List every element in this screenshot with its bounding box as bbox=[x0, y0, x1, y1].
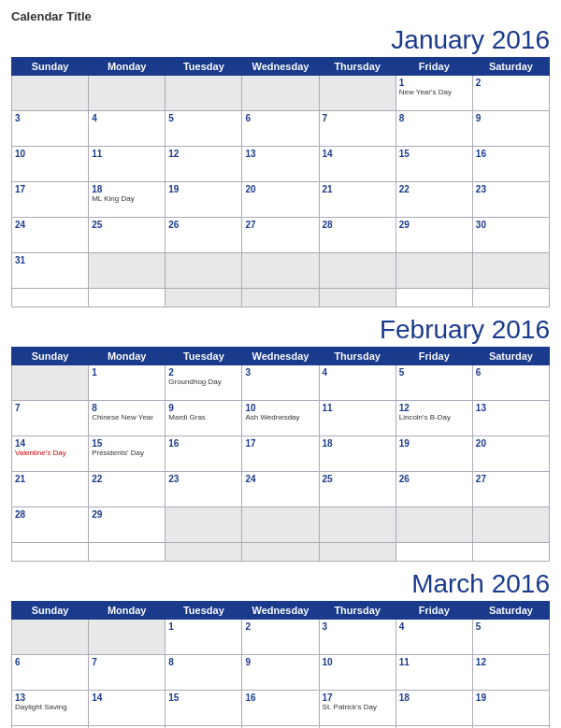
day-number: 17 bbox=[15, 184, 85, 194]
day-number: 10 bbox=[15, 149, 85, 159]
day-number: 8 bbox=[399, 113, 469, 123]
day-number: 21 bbox=[15, 474, 85, 484]
day-number: 30 bbox=[476, 220, 546, 230]
day-number: 9 bbox=[168, 403, 238, 413]
day-number: 11 bbox=[399, 657, 469, 667]
holiday-label: Presidents' Day bbox=[92, 449, 162, 458]
day-number: 3 bbox=[245, 367, 315, 378]
day-number: 22 bbox=[92, 474, 162, 484]
day-number: 29 bbox=[92, 509, 162, 520]
day-number: 14 bbox=[92, 692, 162, 703]
weekday-header-sunday: Sunday bbox=[12, 348, 89, 365]
table-row: 13Daylight Saving14151617St. Patrick's D… bbox=[12, 691, 550, 726]
weekday-header-saturday: Saturday bbox=[472, 58, 549, 76]
table-row: 12345 bbox=[12, 620, 550, 655]
day-number: 11 bbox=[323, 403, 393, 413]
table-row: 14Valentine's Day15Presidents' Day161718… bbox=[12, 436, 550, 472]
weekday-header-tuesday: Tuesday bbox=[165, 602, 242, 620]
day-number: 5 bbox=[476, 621, 546, 632]
day-number: 26 bbox=[399, 474, 469, 484]
day-number: 9 bbox=[245, 657, 315, 667]
day-number: 10 bbox=[323, 657, 393, 667]
month-title-1: February 2016 bbox=[380, 315, 550, 345]
day-number: 6 bbox=[15, 657, 85, 667]
table-row: 21222324252627 bbox=[12, 472, 550, 507]
table-row: 31 bbox=[12, 253, 550, 289]
holiday-label: Mardi Gras bbox=[168, 413, 238, 422]
table-row: 3456789 bbox=[12, 111, 550, 147]
weekday-header-wednesday: Wednesday bbox=[242, 602, 319, 620]
day-number: 1 bbox=[92, 367, 162, 378]
day-number: 9 bbox=[476, 113, 546, 123]
table-row bbox=[12, 543, 550, 562]
day-number: 16 bbox=[168, 438, 238, 449]
day-number: 23 bbox=[476, 184, 546, 194]
day-number: 7 bbox=[92, 657, 162, 667]
day-number: 4 bbox=[399, 621, 469, 632]
day-number: 28 bbox=[15, 509, 85, 520]
day-number: 11 bbox=[92, 149, 162, 159]
day-number: 18 bbox=[323, 438, 393, 449]
weekday-header-tuesday: Tuesday bbox=[165, 348, 242, 365]
day-number: 14 bbox=[323, 149, 393, 159]
day-number: 18 bbox=[399, 692, 469, 703]
day-number: 25 bbox=[92, 220, 162, 230]
holiday-label: Valentine's Day bbox=[15, 449, 85, 458]
weekday-header-friday: Friday bbox=[396, 348, 472, 365]
day-number: 27 bbox=[245, 220, 315, 230]
day-number: 28 bbox=[323, 220, 393, 230]
day-number: 5 bbox=[399, 367, 469, 378]
calendar-title: Calendar Title bbox=[11, 9, 550, 23]
table-row: 6789101112 bbox=[12, 655, 550, 691]
day-number: 4 bbox=[323, 367, 393, 378]
weekday-header-tuesday: Tuesday bbox=[165, 58, 242, 76]
table-row: 1New Year's Day2 bbox=[12, 76, 550, 111]
day-number: 31 bbox=[15, 255, 85, 265]
day-number: 1 bbox=[399, 78, 469, 88]
table-row: 78Chinese New Year9Mardi Gras10Ash Wedne… bbox=[12, 401, 550, 436]
day-number: 15 bbox=[399, 149, 469, 159]
month-section-1: February 2016SundayMondayTuesdayWednesda… bbox=[11, 315, 550, 562]
weekday-header-saturday: Saturday bbox=[472, 348, 549, 365]
day-number: 13 bbox=[245, 149, 315, 159]
day-number: 27 bbox=[476, 474, 546, 484]
day-number: 13 bbox=[15, 692, 85, 703]
table-row: 10111213141516 bbox=[12, 147, 550, 182]
table-row: 24252627282930 bbox=[12, 218, 550, 253]
month-table-0: SundayMondayTuesdayWednesdayThursdayFrid… bbox=[11, 57, 550, 307]
weekday-header-thursday: Thursday bbox=[319, 348, 396, 365]
day-number: 24 bbox=[15, 220, 85, 230]
day-number: 2 bbox=[168, 367, 238, 378]
table-row: 1718ML King Day1920212223 bbox=[12, 182, 550, 218]
day-number: 6 bbox=[245, 113, 315, 123]
day-number: 15 bbox=[168, 692, 238, 703]
day-number: 26 bbox=[168, 220, 238, 230]
day-number: 3 bbox=[323, 621, 393, 632]
weekday-header-thursday: Thursday bbox=[319, 58, 396, 76]
month-table-2: SundayMondayTuesdayWednesdayThursdayFrid… bbox=[11, 601, 550, 728]
day-number: 24 bbox=[245, 474, 315, 484]
day-number: 6 bbox=[476, 367, 546, 378]
day-number: 7 bbox=[323, 113, 393, 123]
day-number: 12 bbox=[168, 149, 238, 159]
holiday-label: St. Patrick's Day bbox=[323, 703, 393, 712]
table-row bbox=[12, 289, 550, 307]
weekday-header-thursday: Thursday bbox=[319, 602, 396, 620]
holiday-label: ML King Day bbox=[92, 194, 162, 204]
day-number: 20 bbox=[245, 184, 315, 194]
day-number: 12 bbox=[476, 657, 546, 667]
day-number: 22 bbox=[399, 184, 469, 194]
day-number: 19 bbox=[168, 184, 238, 194]
table-row: 12Groundhog Day3456 bbox=[12, 365, 550, 401]
day-number: 8 bbox=[168, 657, 238, 667]
month-table-1: SundayMondayTuesdayWednesdayThursdayFrid… bbox=[11, 347, 550, 562]
weekday-header-sunday: Sunday bbox=[12, 58, 89, 76]
day-number: 17 bbox=[323, 692, 393, 703]
holiday-label: Daylight Saving bbox=[15, 703, 85, 712]
weekday-header-wednesday: Wednesday bbox=[242, 348, 319, 365]
day-number: 20 bbox=[476, 438, 546, 449]
day-number: 10 bbox=[245, 403, 315, 413]
day-number: 19 bbox=[476, 692, 546, 703]
day-number: 17 bbox=[245, 438, 315, 449]
day-number: 8 bbox=[92, 403, 162, 413]
